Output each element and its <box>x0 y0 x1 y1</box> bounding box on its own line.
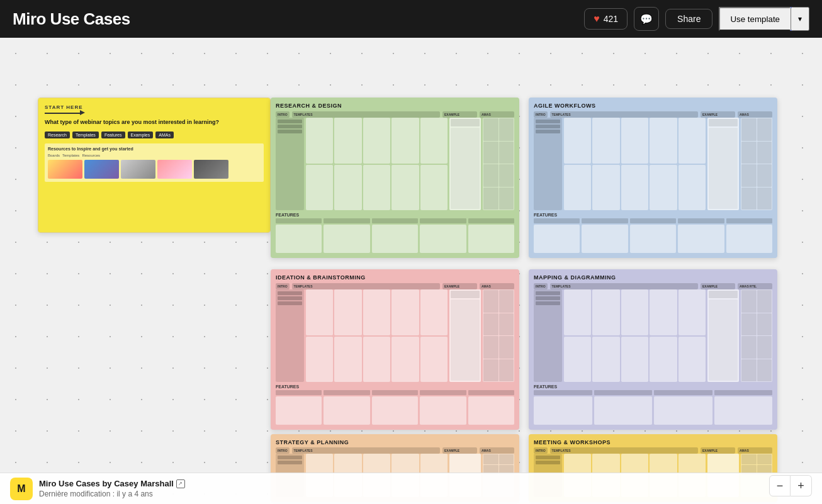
research-features-row: FEATURES <box>276 213 514 253</box>
like-count: 421 <box>604 14 618 24</box>
panel-research: RESEARCH & DESIGN INTRO TEMPLATES EXAMPL… <box>271 98 519 258</box>
webinar-opt-1: Research <box>45 132 70 138</box>
meeting-title: MEETING & WORKSHOPS <box>534 439 772 445</box>
resource-thumb-5 <box>194 160 228 179</box>
arrow-line <box>45 113 82 114</box>
resources-section: Resources to Inspire and get you started… <box>45 143 264 182</box>
research-main-row <box>276 118 514 210</box>
mapping-features-row: FEATURES <box>534 384 772 425</box>
ideation-intro <box>276 289 304 382</box>
strategy-title: STRATEGY & PLANNING <box>276 439 514 445</box>
research-amas <box>483 118 514 210</box>
header-actions: ♥ 421 💬 Share Use template ▾ <box>584 7 809 31</box>
research-example <box>449 118 481 210</box>
resource-labels: Boards Templates Resources <box>48 154 261 157</box>
comment-icon: 💬 <box>640 13 653 25</box>
panel-agile: AGILE WORKFLOWS INTRO TEMPLATES EXAMPLE … <box>529 98 777 258</box>
agile-title: AGILE WORKFLOWS <box>534 103 772 109</box>
label-templates: TEMPLATES <box>292 111 440 118</box>
mapping-title: MAPPING & DIAGRAMMING <box>534 274 772 281</box>
label-intro: INTRO <box>276 111 290 118</box>
header: Miro Use Cases ♥ 421 💬 Share Use templat… <box>0 0 822 38</box>
panel-ideation: IDEATION & BRAINSTORMING INTRO TEMPLATES… <box>271 269 519 430</box>
strategy-labels-row: INTRO TEMPLATES EXAMPLE AMAs <box>276 447 514 454</box>
miro-logo: M <box>10 478 33 500</box>
agile-intro <box>534 118 562 210</box>
resource-thumb-2 <box>84 160 119 179</box>
webinar-opt-2: Templates <box>72 132 99 138</box>
footer-board-info: Miro Use Cases by Casey Marshall ↗ Derni… <box>39 479 185 498</box>
like-button[interactable]: ♥ 421 <box>584 8 628 30</box>
research-title: RESEARCH & DESIGN <box>276 103 514 109</box>
canvas-area[interactable]: START HERE What type of webinar topics a… <box>0 38 822 504</box>
chevron-down-icon: ▾ <box>798 14 802 23</box>
research-labels-row: INTRO TEMPLATES EXAMPLE AMAs <box>276 111 514 118</box>
label-amas: AMAs <box>480 111 514 118</box>
ideation-labels-row: INTRO TEMPLATES EXAMPLE AMAs <box>276 283 514 289</box>
footer-info-bar: M Miro Use Cases by Casey Marshall ↗ Der… <box>0 473 822 504</box>
page-title: Miro Use Cases <box>13 9 130 29</box>
zoom-controls: − + <box>769 475 812 496</box>
external-link-icon[interactable]: ↗ <box>176 479 185 488</box>
resource-thumb-4 <box>157 160 192 179</box>
label-example: EXAMPLE <box>442 111 477 118</box>
use-template-main-button[interactable]: Use template <box>719 7 791 31</box>
agile-templates <box>564 118 706 210</box>
webinar-question-text: What type of webinar topics are you most… <box>45 119 264 126</box>
mapping-main-row <box>534 289 772 382</box>
research-templates <box>306 118 448 210</box>
zoom-in-button[interactable]: + <box>791 475 812 496</box>
meeting-labels-row: INTRO TEMPLATES EXAMPLE AMAs <box>534 447 772 454</box>
mapping-labels-row: INTRO TEMPLATES EXAMPLE AMAs Rte. <box>534 283 772 289</box>
ideation-title: IDEATION & BRAINSTORMING <box>276 274 514 281</box>
footer-modified: Dernière modification : il y a 4 ans <box>39 490 185 498</box>
share-button[interactable]: Share <box>665 9 712 29</box>
use-template-button-group: Use template ▾ <box>719 7 809 31</box>
miro-logo-letter: M <box>17 483 25 495</box>
ideation-features-row: FEATURES <box>276 384 514 425</box>
resources-title: Resources to Inspire and get you started <box>48 147 261 151</box>
comment-button[interactable]: 💬 <box>634 7 659 31</box>
start-here-label: START HERE <box>45 104 264 110</box>
zoom-out-button[interactable]: − <box>769 475 791 496</box>
resource-thumb-1 <box>48 160 82 179</box>
agile-main-row <box>534 118 772 210</box>
mapping-example <box>707 289 739 382</box>
ideation-templates <box>306 289 448 382</box>
agile-panel-content: AGILE WORKFLOWS INTRO TEMPLATES EXAMPLE … <box>529 98 777 258</box>
mapping-templates <box>564 289 706 382</box>
webinar-options: Research Templates Features Examples AMA… <box>45 132 264 138</box>
mapping-panel-content: MAPPING & DIAGRAMMING INTRO TEMPLATES EX… <box>529 269 777 430</box>
ideation-example <box>449 289 481 382</box>
webinar-opt-5: AMAs <box>155 132 174 138</box>
resource-thumb-3 <box>121 160 155 179</box>
footer-left: M Miro Use Cases by Casey Marshall ↗ Der… <box>10 478 185 500</box>
panel-mapping: MAPPING & DIAGRAMMING INTRO TEMPLATES EX… <box>529 269 777 430</box>
footer-board-name: Miro Use Cases by Casey Marshall <box>39 479 174 488</box>
agile-example <box>707 118 739 210</box>
heart-icon: ♥ <box>594 13 600 25</box>
agile-labels-row: INTRO TEMPLATES EXAMPLE AMAs <box>534 111 772 118</box>
agile-features-row: FEATURES <box>534 213 772 253</box>
ideation-main-row <box>276 289 514 382</box>
use-template-dropdown-button[interactable]: ▾ <box>791 7 809 31</box>
mapping-amas <box>741 289 772 382</box>
resource-thumbnails <box>48 160 261 179</box>
ideation-panel-content: IDEATION & BRAINSTORMING INTRO TEMPLATES… <box>271 269 519 430</box>
panel-webinar: START HERE What type of webinar topics a… <box>38 98 271 233</box>
webinar-opt-4: Examples <box>128 132 154 138</box>
research-intro <box>276 118 304 210</box>
agile-amas <box>741 118 772 210</box>
ideation-amas <box>483 289 514 382</box>
research-panel-content: RESEARCH & DESIGN INTRO TEMPLATES EXAMPL… <box>271 98 519 258</box>
mapping-intro <box>534 289 562 382</box>
webinar-opt-3: Features <box>101 132 125 138</box>
